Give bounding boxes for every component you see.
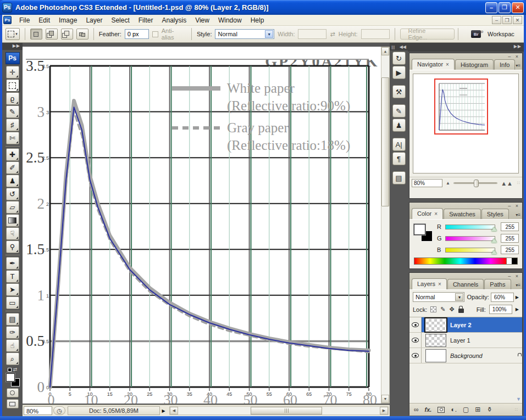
layer-style-button[interactable]: fx. [425,406,432,413]
tab-swatches[interactable]: Swatches [444,209,481,219]
go-to-bridge-button[interactable]: Br ⌕ [468,28,484,40]
zoom-out-icon[interactable]: ▲ [446,181,450,186]
panel-close-icon[interactable]: × [516,54,520,59]
eye-icon[interactable] [412,338,419,343]
height-input[interactable] [361,29,390,39]
style-dropdown[interactable]: Normal ▼ [215,29,274,39]
brush-tool[interactable]: ✐ [6,161,19,174]
adjustment-layer-button[interactable]: ◐. [451,406,457,413]
collapse-dock-icon[interactable]: ◀◀ [400,44,406,49]
layer-thumbnail[interactable] [425,349,446,362]
screen-mode-button[interactable] [7,399,19,408]
menu-file[interactable]: File [15,15,34,26]
pen-tool[interactable]: ✒ [6,257,19,270]
menu-filter[interactable]: Filter [134,15,158,26]
crop-tool[interactable]: ♯ [6,119,19,131]
lock-position-icon[interactable]: ✥ [450,306,455,313]
channel-value-r[interactable]: 255 [501,222,519,231]
menu-image[interactable]: Image [54,15,81,26]
tab-close-icon[interactable]: × [438,281,441,287]
brushes-panel-button[interactable]: ✎ [392,104,406,117]
horizontal-scroll-thumb[interactable] [251,407,322,415]
document-canvas[interactable]: GP2Y0A21YK051015202530354045505560657075… [23,47,381,404]
layers-scroll-down-icon[interactable]: ▼ [516,396,521,402]
resize-grip-icon[interactable]: ∷ [517,181,520,186]
panel-menu-icon[interactable]: ▾≡ [516,283,521,288]
scroll-down-arrow[interactable]: ▼ [381,395,389,403]
layer-visibility-cell[interactable] [409,317,422,332]
vertical-scroll-thumb[interactable] [381,77,389,206]
add-to-selection-button[interactable] [46,29,58,40]
eye-icon[interactable] [412,322,419,327]
status-zoom-field[interactable]: 80% [24,406,52,415]
eyedropper-tool[interactable]: ✑ [6,326,19,339]
path-selection-tool[interactable]: ➤ [6,283,19,296]
menu-analysis[interactable]: Analysis [157,15,191,26]
navigator-preview[interactable] [413,74,519,173]
swap-dimensions-icon[interactable]: ⇄ [330,31,335,38]
eye-icon[interactable] [412,353,419,358]
doc-restore-button[interactable]: ❐ [502,16,512,24]
layer-row-layer-1[interactable]: Layer 1 [409,333,522,348]
fill-slider-arrow[interactable]: ▶ [516,307,519,312]
layer-thumbnail[interactable] [425,318,446,332]
width-input[interactable] [298,29,326,39]
blend-mode-dropdown[interactable]: Normal ▼ [413,292,464,302]
channel-slider-thumb[interactable] [491,250,497,254]
menu-layer[interactable]: Layer [81,15,107,26]
type-tool[interactable]: T [6,270,19,283]
channel-slider-g[interactable] [445,236,496,241]
notes-tool[interactable]: ▤ [6,313,19,326]
lasso-tool[interactable]: ϱ [6,92,19,105]
lock-all-icon[interactable] [458,309,464,313]
tab-close-icon[interactable]: × [446,61,449,68]
hand-tool[interactable]: ☝ [6,339,19,352]
doc-close-button[interactable]: ✕ [513,16,522,24]
tab-color[interactable]: Color× [412,208,443,219]
tool-presets-panel-button[interactable]: ⚒ [392,85,406,98]
zoom-tool[interactable]: ⌕ [6,352,19,365]
lock-image-icon[interactable]: ✎ [440,306,445,313]
foreground-color-swatch[interactable] [414,224,425,235]
panel-close-icon[interactable]: × [516,203,520,209]
fill-field[interactable]: 100% [489,305,512,314]
tab-paths[interactable]: Paths [484,279,511,289]
tab-info[interactable]: Info [494,59,515,70]
minimize-button[interactable]: – [485,2,497,13]
doc-size-info[interactable]: Doc: 5,05M/8,89M [68,406,160,415]
quick-selection-tool[interactable]: ✎ [6,105,19,118]
zoom-slider-thumb[interactable] [474,180,479,187]
move-tool[interactable]: ✛ [6,66,19,79]
scroll-up-arrow[interactable]: ▲ [381,47,389,55]
layer-row-background[interactable]: Background [409,348,522,363]
timer-icon[interactable]: ◷ [53,406,65,415]
panel-menu-icon[interactable]: ▾≡ [516,63,521,68]
history-panel-button[interactable]: ↻ [392,52,406,65]
eraser-tool[interactable]: ▱ [6,201,19,214]
swap-colors-icon[interactable]: ⇄ [13,367,18,372]
character-panel-button[interactable]: A| [392,138,406,151]
clone-stamp-tool[interactable]: ♟ [6,175,19,187]
tab-channels[interactable]: Channels [447,279,484,289]
smudge-tool[interactable]: ☟ [6,227,19,240]
panel-close-icon[interactable]: × [516,273,520,279]
shape-tool[interactable]: ▭ [6,296,19,309]
spectrum-white-swatch[interactable] [506,258,512,264]
clone-source-panel-button[interactable]: ♟ [392,119,406,132]
channel-value-b[interactable]: 255 [501,245,519,254]
tab-histogram[interactable]: Histogram [455,59,494,70]
menu-help[interactable]: Help [246,15,269,26]
new-selection-button[interactable] [30,29,42,40]
navigator-zoom-field[interactable]: 80% [412,179,442,187]
default-swap-colors[interactable]: ⇄ [2,367,23,372]
doc-minimize-button[interactable]: – [492,16,501,24]
layer-visibility-cell[interactable] [409,348,422,363]
vertical-scrollbar[interactable]: ▲ ▼ [381,47,390,404]
feather-input[interactable] [125,29,149,39]
tab-close-icon[interactable]: × [434,211,438,217]
menu-edit[interactable]: Edit [34,15,54,26]
link-layers-button[interactable]: ∞ [414,406,419,413]
channel-slider-thumb[interactable] [491,227,497,231]
spectrum-gradient[interactable] [414,258,506,264]
channel-value-g[interactable]: 255 [501,234,519,243]
